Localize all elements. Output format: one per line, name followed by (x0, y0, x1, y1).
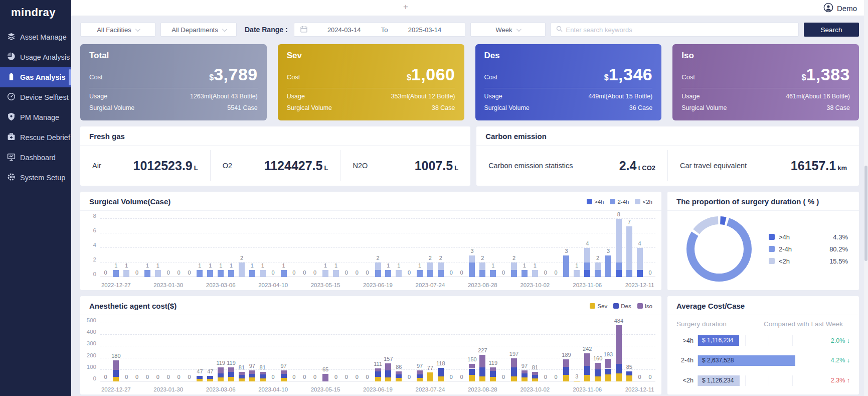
bar-value-label: 1 (491, 262, 494, 269)
panel-title: Carbon emission (476, 126, 859, 146)
cost-bar: $ 1,126,234 (698, 375, 740, 386)
volume-value: 36 Case (629, 104, 653, 111)
carbon-unit: km (837, 164, 847, 172)
granularity-select[interactable]: Week (470, 23, 546, 37)
bar-value-label: 2 (429, 255, 432, 261)
bar-value-label: 0 (648, 270, 651, 276)
currency-symbol: $ (604, 73, 609, 82)
sidebar-item-device-selftest[interactable]: Device Selftest (0, 87, 71, 107)
department-select[interactable]: All Departments (160, 23, 237, 37)
x-tick-label: 2023-08-28 (468, 386, 497, 392)
average-cost-row: <2h$ 1,126,2342.3% ↑ (676, 375, 850, 386)
legend-swatch (635, 199, 640, 204)
change-value: 2.0% ↓ (809, 337, 850, 344)
bar-value-label: 0 (167, 374, 170, 380)
x-tick-label: 2023-04-10 (258, 282, 288, 288)
search-box (551, 23, 799, 37)
legend-item[interactable]: >4h (587, 199, 604, 205)
x-tick-label: 2023-12-11 (625, 282, 654, 288)
usage-label: Usage (287, 93, 305, 100)
duration-label: >4h (676, 337, 698, 344)
bar-value-label: 0 (460, 270, 463, 276)
bar-segment (417, 378, 423, 381)
bar-value-label: 0 (502, 270, 505, 276)
scrollbar-thumb[interactable] (864, 166, 867, 261)
bar-value-label: 119 (227, 360, 236, 366)
legend-value: 80.2% (829, 245, 848, 253)
bar-segment (605, 359, 611, 368)
bar-value-label: 0 (104, 270, 107, 276)
bar-value-label: 0 (450, 270, 453, 276)
grid-line (100, 233, 655, 233)
bar-segment (260, 372, 266, 374)
date-range-label: Date Range : (245, 26, 288, 34)
duration-label: <2h (676, 377, 698, 384)
legend-item[interactable]: Des (613, 303, 631, 309)
card-title: Sev (287, 51, 455, 61)
stat-cards-row: Total Cost $3,789 Usage1263ml(About 43 B… (80, 44, 859, 120)
gas-unit: L (324, 164, 328, 172)
bar-segment (385, 270, 391, 278)
date-start-value: 2024-03-14 (310, 26, 378, 34)
bar-value-label: 0 (125, 374, 128, 380)
page-scrollbar[interactable] (864, 0, 868, 396)
bar-value-label: 2 (512, 255, 515, 261)
gas-name: N2O (353, 162, 368, 170)
search-button[interactable]: Search (804, 23, 859, 37)
legend-item[interactable]: Sev (590, 303, 607, 309)
grid-line (100, 323, 655, 323)
bar-segment (626, 226, 632, 270)
date-range-picker[interactable]: 2024-03-14 To 2025-03-14 (294, 23, 465, 37)
search-input[interactable] (566, 26, 793, 34)
bar-value-label: 1 (156, 262, 159, 269)
bar-segment (605, 369, 611, 375)
facility-select[interactable]: All Facilities (80, 23, 155, 37)
bar-value-label: 77 (427, 365, 433, 371)
bar-value-label: 160 (593, 355, 602, 361)
bar-value-label: 2 (481, 255, 484, 261)
grid-line (100, 346, 655, 346)
bar-segment (584, 270, 590, 278)
bar-segment (396, 378, 402, 381)
sidebar-item-usage-analysis[interactable]: Usage Analysis (0, 47, 71, 67)
sidebar-item-dashboard[interactable]: Dashboard (0, 148, 71, 168)
usage-value: 449ml(About 15 Bottle) (588, 93, 652, 100)
sidebar-item-gas-analysis[interactable]: Gas Analysis (0, 67, 71, 87)
bar-value-label: 0 (272, 270, 275, 276)
bar-value-label: 0 (334, 374, 337, 380)
usage-label: Usage (484, 93, 502, 100)
sidebar-item-system-setup[interactable]: System Setup (0, 168, 71, 188)
bar-segment (281, 374, 287, 378)
sidebar-item-label: Asset Manage (20, 33, 67, 41)
legend-item[interactable]: 2-4h (610, 199, 629, 205)
search-icon (556, 25, 563, 34)
legend-value: 4.3% (833, 233, 848, 241)
bar-segment (595, 363, 601, 369)
gas-unit: L (454, 164, 458, 172)
bar-value-label: 1 (209, 262, 212, 269)
bar-segment (626, 371, 632, 375)
bar-value-label: 2 (439, 255, 442, 261)
volume-row: Surgical Volume(Case) >4h2-4h<2h 0246801… (80, 192, 859, 290)
legend-item[interactable]: Iso (637, 303, 652, 309)
usage-label: Usage (89, 93, 107, 100)
sidebar-item-pm-manage[interactable]: PM Manage (0, 107, 71, 127)
add-tab-button[interactable]: + (403, 2, 408, 12)
legend-item[interactable]: <2h (635, 199, 652, 205)
sidebar-item-asset-manage[interactable]: Asset Manage (0, 27, 71, 47)
bar-segment (584, 366, 590, 375)
bar-segment (417, 270, 423, 278)
stat-card-sev: Sev Cost $1,060 Usage353ml(About 12 Bott… (278, 44, 464, 120)
bar-segment (197, 376, 203, 379)
legend-swatch (769, 246, 775, 252)
x-tick-label: 2023-05-15 (311, 386, 340, 392)
bar-value-label: 119 (216, 360, 225, 366)
user-menu[interactable]: Demo (823, 3, 857, 14)
bar-segment (584, 353, 590, 366)
bar-segment (249, 270, 255, 278)
volume-label: Surgical Volume (681, 104, 727, 111)
bar-value-label: 0 (555, 374, 558, 380)
legend-label: >4h (779, 233, 790, 241)
bar-value-label: 0 (272, 374, 275, 380)
sidebar-item-rescue-debrief[interactable]: Rescue Debrief (0, 127, 71, 148)
